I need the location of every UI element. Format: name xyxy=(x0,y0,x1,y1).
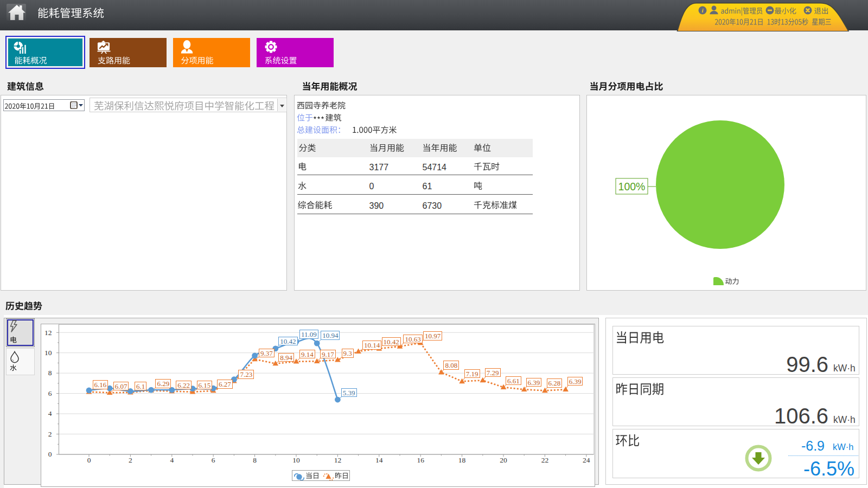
svg-text:0: 0 xyxy=(87,456,91,464)
svg-text:22: 22 xyxy=(541,456,549,464)
svg-text:12: 12 xyxy=(44,329,52,337)
svg-text:0: 0 xyxy=(48,450,52,458)
svg-text:16: 16 xyxy=(417,456,424,464)
svg-text:8: 8 xyxy=(48,369,52,377)
svg-text:2: 2 xyxy=(48,430,52,438)
svg-text:6: 6 xyxy=(48,389,52,397)
svg-text:100%: 100% xyxy=(618,181,646,192)
svg-text:24: 24 xyxy=(583,456,590,464)
svg-text:6: 6 xyxy=(212,456,215,464)
svg-text:4: 4 xyxy=(170,456,174,464)
svg-text:12: 12 xyxy=(334,456,342,464)
svg-text:14: 14 xyxy=(375,456,383,464)
svg-text:20: 20 xyxy=(500,456,507,464)
svg-text:10: 10 xyxy=(292,456,300,464)
svg-text:4: 4 xyxy=(48,409,52,418)
svg-text:2: 2 xyxy=(129,456,132,464)
svg-text:8: 8 xyxy=(253,456,257,464)
svg-text:10: 10 xyxy=(44,349,52,357)
svg-text:18: 18 xyxy=(458,456,466,464)
